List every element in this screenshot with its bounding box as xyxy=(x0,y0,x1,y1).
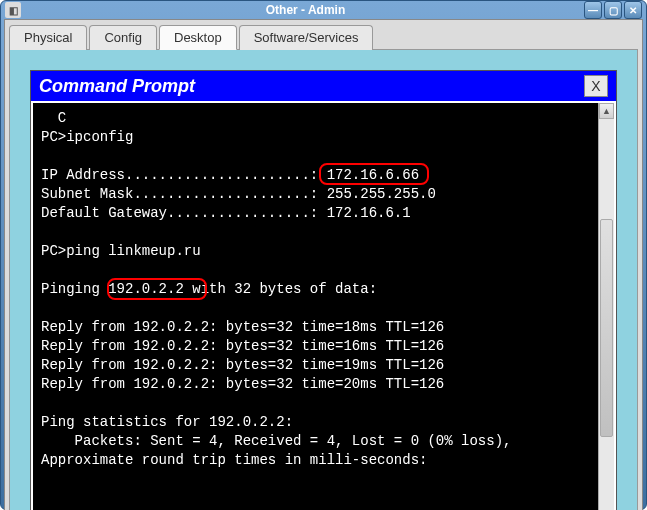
terminal-line: PC>ping linkmeup.ru xyxy=(41,243,201,259)
close-label: X xyxy=(591,78,600,94)
terminal-line: Packets: Sent = 4, Received = 4, Lost = … xyxy=(41,433,511,449)
app-icon: ◧ xyxy=(5,2,21,18)
terminal-line: Approximate round trip times in milli-se… xyxy=(41,452,427,468)
tab-label: Physical xyxy=(24,30,72,45)
window-titlebar[interactable]: ◧ Other - Admin — ▢ ✕ xyxy=(1,1,646,19)
window-title: Other - Admin xyxy=(27,3,584,17)
terminal-line: Reply from 192.0.2.2: bytes=32 time=18ms… xyxy=(41,319,444,335)
tab-label: Config xyxy=(104,30,142,45)
window-controls: — ▢ ✕ xyxy=(584,1,642,19)
terminal-line: IP Address......................: 172.16… xyxy=(41,167,419,183)
tab-label: Desktop xyxy=(174,30,222,45)
terminal-output[interactable]: C PC>ipconfig IP Address................… xyxy=(33,103,598,510)
tab-desktop[interactable]: Desktop xyxy=(159,25,237,50)
maximize-button[interactable]: ▢ xyxy=(604,1,622,19)
command-prompt-body-wrap: C PC>ipconfig IP Address................… xyxy=(31,101,616,510)
tab-config[interactable]: Config xyxy=(89,25,157,50)
command-prompt-titlebar[interactable]: Command Prompt X xyxy=(31,71,616,101)
close-button[interactable]: ✕ xyxy=(624,1,642,19)
minimize-button[interactable]: — xyxy=(584,1,602,19)
terminal-line: Reply from 192.0.2.2: bytes=32 time=19ms… xyxy=(41,357,444,373)
scroll-track[interactable] xyxy=(599,119,614,510)
tab-strip: Physical Config Desktop Software/Service… xyxy=(5,20,642,49)
app-window: ◧ Other - Admin — ▢ ✕ Physical Config De… xyxy=(0,0,647,510)
terminal-line: PC>ipconfig xyxy=(41,129,133,145)
terminal-line: C xyxy=(41,110,66,126)
tab-label: Software/Services xyxy=(254,30,359,45)
scroll-up-button[interactable]: ▲ xyxy=(599,103,614,119)
terminal-line: Default Gateway.................: 172.16… xyxy=(41,205,411,221)
command-prompt-title: Command Prompt xyxy=(39,76,584,97)
tab-physical[interactable]: Physical xyxy=(9,25,87,50)
terminal-line: Reply from 192.0.2.2: bytes=32 time=16ms… xyxy=(41,338,444,354)
terminal-line: Reply from 192.0.2.2: bytes=32 time=20ms… xyxy=(41,376,444,392)
scroll-thumb[interactable] xyxy=(600,219,613,438)
terminal-scrollbar[interactable]: ▲ ▼ xyxy=(598,103,614,510)
command-prompt-window: Command Prompt X C PC>ipconfig IP Addres… xyxy=(30,70,617,510)
terminal-line: Pinging 192.0.2.2 with 32 bytes of data: xyxy=(41,281,377,297)
client-area: Physical Config Desktop Software/Service… xyxy=(4,19,643,510)
terminal-line: Subnet Mask.....................: 255.25… xyxy=(41,186,436,202)
terminal-line: Ping statistics for 192.0.2.2: xyxy=(41,414,293,430)
tab-software-services[interactable]: Software/Services xyxy=(239,25,374,50)
tab-content-desktop: Command Prompt X C PC>ipconfig IP Addres… xyxy=(9,49,638,510)
command-prompt-close-button[interactable]: X xyxy=(584,75,608,97)
